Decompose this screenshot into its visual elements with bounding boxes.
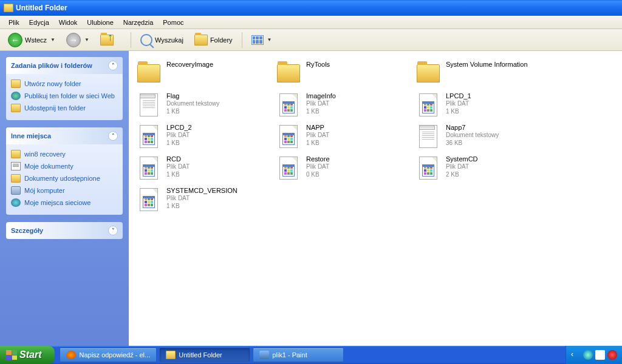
separator xyxy=(131,32,131,48)
place-item[interactable]: Dokumenty udostępnione xyxy=(11,172,118,184)
file-name: SYSTEMCD_VERSION xyxy=(166,187,238,194)
caret-icon: ▼ xyxy=(267,37,272,42)
tray-shield-icon[interactable] xyxy=(607,350,617,360)
text-file-icon xyxy=(140,93,158,116)
place-item[interactable]: Moje dokumenty xyxy=(11,160,118,172)
firefox-icon xyxy=(66,351,76,359)
folder-icon xyxy=(277,64,300,83)
taskbar-button[interactable]: Napisz odpowiedź - el... xyxy=(60,348,157,362)
file-size: 1 KB xyxy=(306,107,336,115)
toolbar: ← Wstecz ▼ → ▼ ↑ Wyszukaj Foldery ▼ xyxy=(0,29,622,51)
file-item[interactable]: LPCD_2Plik DAT1 KB xyxy=(135,123,268,150)
file-kind: Plik DAT xyxy=(166,131,192,139)
task-new-folder[interactable]: Utwórz nowy folder xyxy=(11,78,118,90)
task-label: Untitled Folder xyxy=(179,351,222,359)
file-item[interactable]: RecoveryImage xyxy=(135,59,268,87)
taskbar: Start Napisz odpowiedź - el...Untitled F… xyxy=(0,346,622,364)
folder-icon xyxy=(166,351,176,359)
chevron-up-icon: ˄ xyxy=(108,61,118,70)
file-name: NAPP xyxy=(306,124,329,131)
menu-edit[interactable]: Edycja xyxy=(24,17,54,28)
file-item[interactable]: SYSTEMCD_VERSIONPlik DAT1 KB xyxy=(135,186,268,214)
task-label: plik1 - Paint xyxy=(272,351,307,359)
place-item[interactable]: win8 recovery xyxy=(11,148,118,160)
back-icon: ← xyxy=(8,33,22,47)
search-icon xyxy=(140,34,152,46)
menu-help[interactable]: Pomoc xyxy=(158,17,188,28)
folder-icon xyxy=(137,64,160,83)
file-size: 1 KB xyxy=(166,107,219,115)
file-size: 0 KB xyxy=(306,170,330,178)
file-size: 2 KB xyxy=(446,170,478,178)
details-panel-header[interactable]: Szczegóły ˅ xyxy=(6,222,123,239)
tray-volume-icon[interactable] xyxy=(595,350,605,360)
label: Publikuj ten folder w sieci Web xyxy=(24,92,115,99)
taskbar-button[interactable]: plik1 - Paint xyxy=(253,348,344,362)
tasks-panel-header[interactable]: Zadania plików i folderów ˄ xyxy=(6,57,123,74)
dat-file-icon xyxy=(419,93,437,116)
folders-button[interactable]: Foldery xyxy=(190,32,237,48)
file-name: RCD xyxy=(166,155,190,163)
task-share[interactable]: Udostępnij ten folder xyxy=(11,102,118,114)
folder-icon xyxy=(11,174,21,183)
dat-file-icon xyxy=(140,125,158,148)
views-button[interactable]: ▼ xyxy=(247,33,276,47)
file-name: Restore xyxy=(306,155,330,163)
back-button[interactable]: ← Wstecz ▼ xyxy=(4,30,60,50)
computer-icon xyxy=(11,186,21,195)
file-kind: Plik DAT xyxy=(166,163,190,170)
place-item[interactable]: Moje miejsca sieciowe xyxy=(11,197,118,209)
views-icon xyxy=(251,35,264,45)
file-item[interactable]: RyTools xyxy=(275,59,408,87)
places-panel-header[interactable]: Inne miejsca ˄ xyxy=(6,127,123,144)
file-item[interactable]: RCDPlik DAT1 KB xyxy=(135,154,268,182)
file-size: 1 KB xyxy=(166,170,190,178)
files-pane[interactable]: RecoveryImageRyToolsSystem Volume Inform… xyxy=(129,51,622,346)
file-kind: Dokument tekstowy xyxy=(446,131,499,139)
up-button[interactable]: ↑ xyxy=(96,31,126,49)
tray-arrow-icon[interactable]: ‹ xyxy=(571,350,581,360)
start-button[interactable]: Start xyxy=(0,346,55,364)
dat-file-icon xyxy=(279,125,298,148)
file-kind: Plik DAT xyxy=(306,99,336,107)
search-button[interactable]: Wyszukaj xyxy=(136,32,188,49)
file-kind: Plik DAT xyxy=(446,163,478,170)
places-panel: Inne miejsca ˄ win8 recoveryMoje dokumen… xyxy=(6,127,123,215)
dat-file-icon xyxy=(419,157,437,180)
file-item[interactable]: System Volume Information xyxy=(414,59,548,87)
forward-button[interactable]: → ▼ xyxy=(62,30,94,50)
file-item[interactable]: NAPPPlik DAT1 KB xyxy=(275,123,408,150)
file-kind: Plik DAT xyxy=(446,99,471,107)
dat-file-icon xyxy=(279,157,298,180)
file-size: 1 KB xyxy=(166,202,238,210)
task-publish[interactable]: Publikuj ten folder w sieci Web xyxy=(11,90,118,102)
menu-tools[interactable]: Narzędzia xyxy=(118,17,159,28)
file-name: SystemCD xyxy=(446,155,478,163)
file-kind: Dokument tekstowy xyxy=(166,99,219,107)
file-item[interactable]: SystemCDPlik DAT2 KB xyxy=(414,154,548,182)
dat-file-icon xyxy=(140,188,158,211)
file-item[interactable]: FlagDokument tekstowy1 KB xyxy=(135,91,268,119)
windows-logo-icon xyxy=(6,350,17,360)
file-kind: Plik DAT xyxy=(306,163,330,170)
place-item[interactable]: Mój komputer xyxy=(11,184,118,197)
menu-favorites[interactable]: Ulubione xyxy=(82,17,118,28)
caret-icon: ▼ xyxy=(50,37,55,42)
file-kind: Plik DAT xyxy=(306,131,329,139)
folder-icon xyxy=(4,4,13,12)
chevron-down-icon: ˅ xyxy=(108,226,118,235)
folder-icon xyxy=(11,150,21,158)
file-item[interactable]: ImageInfoPlik DAT1 KB xyxy=(275,91,408,119)
taskbar-button[interactable]: Untitled Folder xyxy=(159,348,250,362)
label: Moje miejsca sieciowe xyxy=(24,199,91,206)
label: Utwórz nowy folder xyxy=(24,80,81,87)
system-tray[interactable]: ‹ xyxy=(566,346,622,364)
tray-network-icon[interactable] xyxy=(583,350,593,360)
menu-file[interactable]: Plik xyxy=(4,17,24,28)
folders-label: Foldery xyxy=(210,36,233,44)
menu-view[interactable]: Widok xyxy=(54,17,83,28)
file-item[interactable]: RestorePlik DAT0 KB xyxy=(275,154,408,182)
label: Mój komputer xyxy=(24,187,65,194)
file-item[interactable]: LPCD_1Plik DAT1 KB xyxy=(414,91,548,119)
file-item[interactable]: Napp7Dokument tekstowy36 KB xyxy=(414,123,548,150)
